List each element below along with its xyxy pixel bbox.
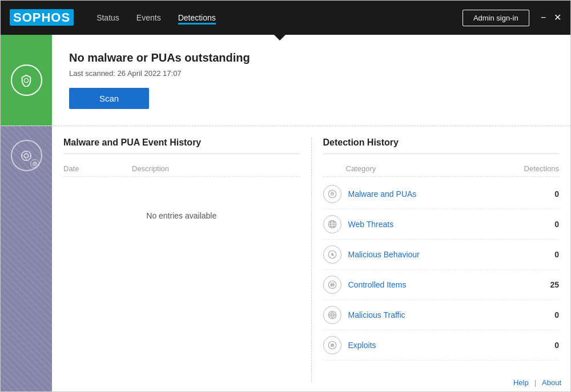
nav-indicator [274, 35, 286, 41]
scan-button[interactable]: Scan [69, 88, 149, 109]
controlled-svg [327, 280, 337, 290]
admin-signin-button[interactable]: Admin sign-in [463, 10, 529, 26]
malicious-behaviour-icon [323, 245, 341, 264]
history-svg [20, 149, 33, 162]
malware-history-title: Malware and PUA Event History [63, 138, 300, 154]
last-scanned-text: Last scanned: 26 April 2022 17:07 [69, 69, 250, 78]
footer: Help | About [504, 374, 570, 391]
exploits-label[interactable]: Exploits [348, 341, 508, 350]
about-link[interactable]: About [542, 378, 561, 387]
detection-row-malware-puas: Malware and PUAs 0 [323, 179, 560, 209]
main-wrapper: No malware or PUAs outstanding Last scan… [1, 35, 570, 392]
malware-table-header: Date Description [63, 161, 300, 177]
malware-puas-icon [323, 185, 341, 203]
top-section: No malware or PUAs outstanding Last scan… [1, 35, 570, 126]
malicious-traffic-icon [323, 306, 341, 324]
window-controls: − ✕ [541, 13, 561, 22]
detection-row-web-threats: Web Threats 0 [323, 209, 560, 240]
traffic-svg [327, 310, 337, 320]
exploits-svg [327, 340, 337, 350]
top-content: No malware or PUAs outstanding Last scan… [52, 35, 267, 126]
col-desc-header: Description [132, 164, 300, 173]
detection-row-malicious-traffic: Malicious Traffic 0 [323, 300, 560, 330]
nav-detections[interactable]: Detections [178, 11, 216, 25]
malicious-behaviour-count: 0 [508, 250, 559, 259]
svg-point-22 [331, 314, 333, 316]
col-date-header: Date [63, 164, 132, 173]
web-threats-icon [323, 215, 341, 233]
col-category-header: Category [323, 164, 508, 173]
sidebar-green [1, 35, 52, 126]
content-area: Malware and PUA Event History Date Descr… [52, 126, 570, 392]
svg-point-0 [24, 78, 28, 82]
sophos-logo: SOPHOS [10, 10, 74, 25]
bottom-section: Malware and PUA Event History Date Descr… [1, 126, 570, 392]
history-badge [30, 159, 39, 168]
malicious-traffic-count: 0 [508, 310, 559, 320]
detection-row-controlled-items: Controlled Items 25 [323, 270, 560, 300]
titlebar: SOPHOS Status Events Detections Admin si… [1, 1, 570, 35]
nav-events[interactable]: Events [136, 11, 161, 25]
nav-status[interactable]: Status [96, 11, 119, 25]
detection-history-title: Detection History [323, 138, 560, 154]
controlled-items-label[interactable]: Controlled Items [348, 280, 508, 289]
controlled-items-count: 25 [508, 280, 559, 289]
malware-puas-label[interactable]: Malware and PUAs [348, 189, 508, 199]
malware-puas-count: 0 [508, 189, 559, 199]
malicious-traffic-label[interactable]: Malicious Traffic [348, 310, 508, 320]
badge-svg [33, 161, 37, 166]
detection-row-exploits: Exploits 0 [323, 330, 560, 361]
close-button[interactable]: ✕ [554, 13, 561, 22]
sidebar-gray [1, 126, 52, 392]
no-entries-text: No entries available [63, 211, 300, 220]
behaviour-svg [327, 249, 337, 260]
malicious-behaviour-label[interactable]: Malicious Behaviour [348, 250, 508, 259]
malware-svg [327, 189, 337, 199]
top-title: No malware or PUAs outstanding [69, 51, 250, 64]
help-link[interactable]: Help [513, 378, 529, 387]
minimize-button[interactable]: − [541, 13, 546, 22]
exploits-count: 0 [508, 341, 559, 350]
exploits-icon [323, 336, 341, 354]
svg-point-1 [22, 151, 31, 160]
shield-icon [11, 64, 42, 96]
detection-table-header: Category Detections [323, 161, 560, 177]
nav-links: Status Events Detections [96, 11, 463, 25]
web-svg [327, 219, 337, 229]
malware-history-icon [11, 140, 42, 171]
web-threats-count: 0 [508, 220, 559, 229]
right-panel: Detection History Category Detections [312, 138, 571, 381]
left-panel: Malware and PUA Event History Date Descr… [52, 138, 312, 381]
web-threats-label[interactable]: Web Threats [348, 220, 508, 229]
col-detections-header: Detections [508, 164, 559, 173]
detection-row-malicious-behaviour: Malicious Behaviour 0 [323, 240, 560, 270]
shield-svg [20, 74, 33, 87]
controlled-items-icon [323, 276, 341, 294]
footer-separator: | [534, 378, 536, 387]
svg-point-2 [24, 153, 28, 157]
